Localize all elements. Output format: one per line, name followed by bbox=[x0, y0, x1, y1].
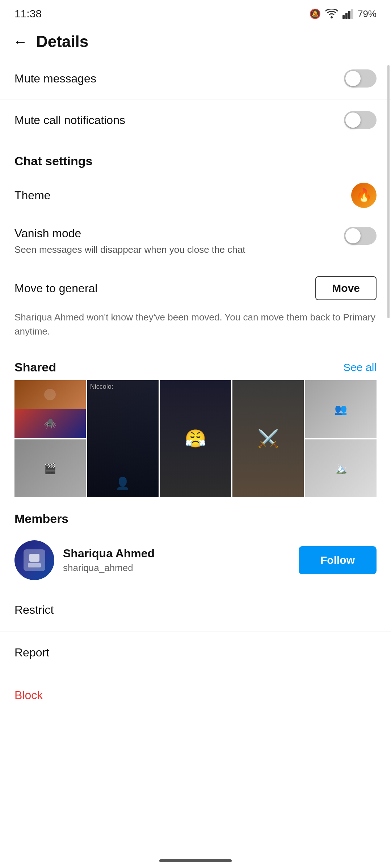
mute-calls-label: Mute call notifications bbox=[14, 114, 125, 127]
mute-calls-row: Mute call notifications bbox=[0, 99, 391, 141]
status-icons: 🔕 79% bbox=[309, 8, 377, 20]
move-description: Shariqua Ahmed won't know they've been m… bbox=[0, 310, 391, 349]
theme-icon: 🔥 bbox=[351, 183, 377, 208]
svg-rect-2 bbox=[345, 13, 348, 19]
shared-section-header: Shared See all bbox=[0, 349, 391, 380]
home-indicator bbox=[159, 859, 232, 862]
svg-rect-3 bbox=[348, 11, 350, 19]
members-heading: Members bbox=[0, 500, 391, 532]
vanish-mode-label: Vanish mode bbox=[14, 227, 337, 240]
wifi-icon bbox=[325, 9, 338, 19]
mute-messages-toggle[interactable] bbox=[344, 69, 377, 88]
grid-image-5[interactable]: 👥 bbox=[305, 380, 377, 438]
shared-images-grid: 🕷️ Niccolo: 👤 😤 ⚔️ 👥 🎬 🏔️ bbox=[0, 380, 391, 497]
vanish-mode-subtitle: Seen messages will disappear when you cl… bbox=[14, 243, 337, 256]
vanish-mode-toggle[interactable] bbox=[344, 227, 377, 245]
block-item[interactable]: Block bbox=[0, 674, 391, 716]
page-header: ← Details bbox=[0, 25, 391, 58]
svg-rect-7 bbox=[28, 563, 41, 567]
move-to-general-row: Move to general Move bbox=[0, 266, 391, 310]
vanish-mode-row: Vanish mode Seen messages will disappear… bbox=[0, 217, 391, 266]
grid-image-6[interactable]: 🎬 bbox=[14, 439, 86, 497]
status-time: 11:38 bbox=[14, 8, 42, 20]
vanish-text-block: Vanish mode Seen messages will disappear… bbox=[14, 227, 344, 256]
battery-text: 79% bbox=[358, 8, 377, 20]
signal-icon bbox=[342, 9, 353, 19]
grid-image-7[interactable]: 🏔️ bbox=[305, 439, 377, 497]
chat-settings-heading: Chat settings bbox=[0, 141, 391, 174]
svg-rect-4 bbox=[351, 9, 353, 19]
grid-image-1[interactable]: 🕷️ bbox=[14, 380, 86, 438]
see-all-link[interactable]: See all bbox=[343, 361, 377, 374]
scrollbar[interactable] bbox=[387, 65, 390, 318]
mute-calls-toggle[interactable] bbox=[344, 111, 377, 129]
grid-image-4[interactable]: ⚔️ bbox=[232, 380, 304, 497]
member-avatar bbox=[14, 540, 54, 580]
mute-messages-label: Mute messages bbox=[14, 72, 96, 85]
grid-image-2[interactable]: Niccolo: 👤 bbox=[87, 380, 159, 497]
status-bar: 11:38 🔕 79% bbox=[0, 0, 391, 25]
report-item[interactable]: Report bbox=[0, 631, 391, 674]
theme-row[interactable]: Theme 🔥 bbox=[0, 174, 391, 217]
theme-label: Theme bbox=[14, 189, 51, 202]
member-info: Shariqua Ahmed shariqua_ahmed bbox=[63, 547, 290, 574]
member-name: Shariqua Ahmed bbox=[63, 547, 290, 560]
page-title: Details bbox=[36, 33, 88, 51]
avatar-inner bbox=[24, 549, 45, 571]
move-button[interactable]: Move bbox=[315, 276, 377, 300]
svg-point-5 bbox=[44, 389, 56, 400]
shared-heading: Shared bbox=[14, 360, 56, 374]
follow-button[interactable]: Follow bbox=[299, 546, 377, 574]
back-button[interactable]: ← bbox=[13, 34, 28, 49]
move-to-general-label: Move to general bbox=[14, 282, 97, 295]
notification-icon: 🔕 bbox=[309, 8, 321, 20]
grid-image-3[interactable]: 😤 bbox=[160, 380, 231, 497]
member-username: shariqua_ahmed bbox=[63, 562, 290, 574]
svg-rect-1 bbox=[342, 15, 345, 19]
member-row: Shariqua Ahmed shariqua_ahmed Follow bbox=[0, 532, 391, 589]
svg-rect-6 bbox=[29, 554, 39, 562]
restrict-item[interactable]: Restrict bbox=[0, 589, 391, 631]
mute-messages-row: Mute messages bbox=[0, 58, 391, 99]
svg-point-0 bbox=[331, 16, 333, 18]
